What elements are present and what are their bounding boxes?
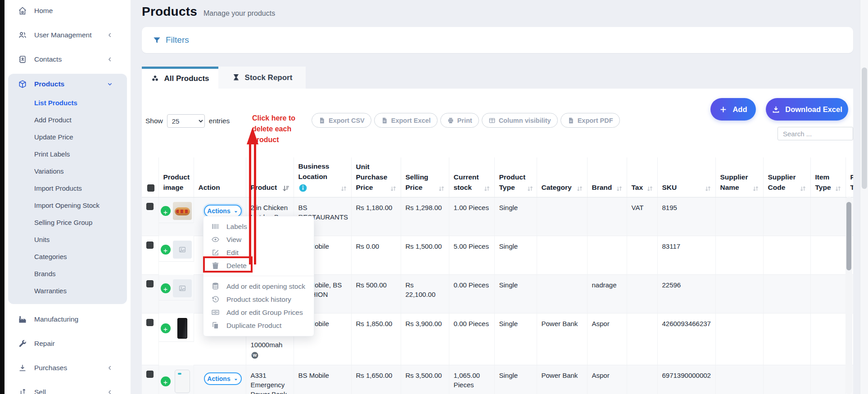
tab-all-products[interactable]: All Products xyxy=(142,67,218,89)
expand-row-icon[interactable] xyxy=(161,245,171,255)
column-header-supplier_name[interactable]: Supplier Name xyxy=(715,157,763,197)
expand-row-icon[interactable] xyxy=(161,323,171,333)
download-icon xyxy=(772,105,780,114)
menu-item-duplicate-product[interactable]: Duplicate Product xyxy=(203,319,314,332)
sidebar-subitem-brands[interactable]: Brands xyxy=(8,265,127,282)
column-header-supplier_code[interactable]: Supplier Code xyxy=(763,157,810,197)
sidebar-item-home[interactable]: Home xyxy=(8,1,127,21)
chev-left-icon xyxy=(106,31,113,39)
expand-row-icon[interactable] xyxy=(161,376,171,386)
page-scrollbar-thumb[interactable] xyxy=(862,67,867,189)
export-excel-button[interactable]: Export Excel xyxy=(374,113,438,128)
sidebar-subitem-units[interactable]: Units xyxy=(8,231,127,248)
page-size-select[interactable]: 25 xyxy=(167,114,205,128)
cell-item_type xyxy=(810,236,845,275)
column-label: Unit Purchase Price xyxy=(356,161,389,193)
row-checkbox[interactable] xyxy=(146,280,154,287)
sidebar-item-repair[interactable]: Repair xyxy=(8,334,127,354)
column-header-type[interactable]: Product Type xyxy=(494,157,537,197)
column-label: Supplier Code xyxy=(768,172,798,193)
column-header-stock[interactable]: Current stock xyxy=(449,157,494,197)
sidebar-item-sell[interactable]: Sell xyxy=(8,382,127,394)
menu-item-add-or-edit-opening-stock[interactable]: Add or edit opening stock xyxy=(203,280,314,293)
table-header-row: Product imageActionProductBusiness Locat… xyxy=(142,157,853,197)
sidebar-subitem-categories[interactable]: Categories xyxy=(8,248,127,265)
column-header-sku[interactable]: SKU xyxy=(657,157,715,197)
column-header-selling_price[interactable]: Selling Price xyxy=(401,157,449,197)
cell-category: Power Bank xyxy=(537,365,587,394)
cell-category: Power Bank xyxy=(537,313,587,365)
print-button[interactable]: Print xyxy=(440,113,479,128)
sort-icon xyxy=(340,185,348,193)
add-button[interactable]: Add xyxy=(710,98,756,121)
svg-text:W: W xyxy=(253,353,257,358)
menu-item-add-or-edit-group-prices[interactable]: Add or edit Group Prices xyxy=(203,306,314,319)
download-excel-button[interactable]: Download Excel xyxy=(766,98,848,121)
column-header-location[interactable]: Business Location xyxy=(294,157,351,197)
expand-row-icon[interactable] xyxy=(161,206,171,216)
menu-item-edit[interactable]: Edit xyxy=(203,246,314,259)
export-pdf-button[interactable]: Export PDF xyxy=(561,113,620,128)
expand-row-icon[interactable] xyxy=(161,283,171,293)
sidebar-subitem-add-product[interactable]: Add Product xyxy=(8,112,127,129)
cell-tax xyxy=(627,365,657,394)
row-checkbox[interactable] xyxy=(146,319,154,326)
sidebar-subitem-variations[interactable]: Variations xyxy=(8,163,127,180)
sidebar-item-contacts[interactable]: Contacts xyxy=(8,49,127,69)
sidebar-subitem-list-products[interactable]: List Products xyxy=(8,94,127,112)
menu-item-labels[interactable]: Labels xyxy=(203,220,314,233)
sidebar-subitem-import-opening-stock[interactable]: Import Opening Stock xyxy=(8,197,127,214)
cell-selling_price: Rs 1,298.00 xyxy=(401,197,449,236)
chev-left-icon xyxy=(106,364,113,372)
sidebar-item-products[interactable]: Products xyxy=(8,74,127,94)
row-checkbox[interactable] xyxy=(146,371,154,378)
sidebar-subitem-update-price[interactable]: Update Price xyxy=(8,129,127,146)
column-label: Business Location xyxy=(298,161,339,193)
sort-icon xyxy=(389,185,397,193)
cell-brand xyxy=(587,236,627,275)
table-scrollbar-track[interactable] xyxy=(845,197,852,394)
column-header-category[interactable]: Category xyxy=(537,157,587,197)
row-checkbox[interactable] xyxy=(146,203,154,210)
cell-product-image xyxy=(159,365,194,394)
select-all-checkbox[interactable] xyxy=(147,184,154,192)
cell-unit_price: Rs 1,850.00 xyxy=(351,313,401,365)
chev-left-icon xyxy=(106,56,113,63)
cell-select xyxy=(142,197,158,236)
page-scrollbar-track[interactable] xyxy=(860,0,868,394)
row-actions-button[interactable]: Actions xyxy=(204,372,242,385)
filters-panel[interactable]: Filters xyxy=(142,27,853,53)
search-input[interactable] xyxy=(778,127,853,140)
column-header-tax[interactable]: Tax xyxy=(627,157,657,197)
column-header-brand[interactable]: Brand xyxy=(587,157,627,197)
column-header-unit_price[interactable]: Unit Purchase Price xyxy=(351,157,401,197)
row-actions-button[interactable]: Actions xyxy=(204,205,242,217)
header-cell: Current stock xyxy=(449,168,494,197)
menu-item-product-stock-history[interactable]: Product stock history xyxy=(203,293,314,306)
row-checkbox[interactable] xyxy=(146,242,154,249)
sidebar-item-label: User Management xyxy=(34,31,106,39)
cell-product-image xyxy=(159,275,194,300)
column-header-product[interactable]: Product xyxy=(246,157,294,197)
menu-item-view[interactable]: View xyxy=(203,233,314,246)
cell-product-image xyxy=(159,197,194,223)
product-thumbnail-dark-device xyxy=(177,318,187,339)
sidebar-item-purchases[interactable]: Purchases xyxy=(8,358,127,378)
entries-label: entries xyxy=(209,117,230,125)
menu-item-delete[interactable]: Delete xyxy=(203,259,314,272)
sidebar-subitem-warranties[interactable]: Warranties xyxy=(8,282,127,300)
show-label: Show xyxy=(145,117,163,125)
header-cell: Product image xyxy=(159,168,194,197)
tab-stock-report[interactable]: Stock Report xyxy=(218,67,306,89)
export-csv-button[interactable]: Export CSV xyxy=(312,113,371,128)
sidebar-subitem-selling-price-group[interactable]: Selling Price Group xyxy=(8,214,127,231)
sidebar-item-user-management[interactable]: User Management xyxy=(8,25,127,45)
sidebar-subitem-import-products[interactable]: Import Products xyxy=(8,180,127,197)
cell-item_type xyxy=(810,365,845,394)
sidebar-subitem-print-labels[interactable]: Print Labels xyxy=(8,146,127,163)
sidebar-item-manufacturing[interactable]: Manufacturing xyxy=(8,309,127,329)
column-header-item_type[interactable]: Item Type xyxy=(810,157,845,197)
column-visibility-button[interactable]: Column visibility xyxy=(482,113,558,128)
doc-icon xyxy=(318,117,326,124)
table-scrollbar-thumb[interactable] xyxy=(846,202,851,270)
